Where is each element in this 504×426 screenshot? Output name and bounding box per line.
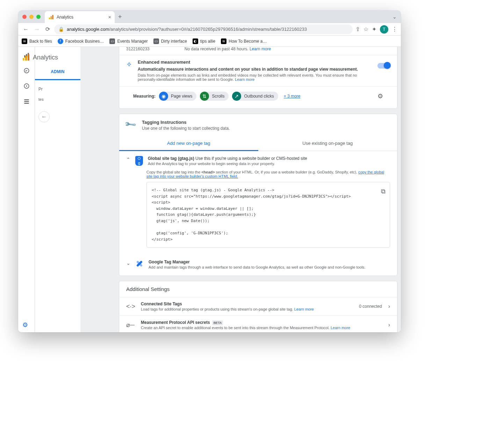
enhanced-toggle[interactable] — [377, 63, 390, 69]
link-icon: ↗ — [232, 92, 241, 101]
chip-scrolls: ⇅Scrolls — [200, 92, 229, 101]
tab-add-new[interactable]: Add new on-page tag — [119, 136, 258, 151]
connected-title: Connected Site Tags — [141, 301, 353, 306]
tab-overflow-icon[interactable]: ⌄ — [393, 14, 397, 20]
lock-icon: 🔒 — [58, 27, 64, 32]
explore-icon[interactable] — [22, 82, 31, 90]
beta-badge: BETA — [212, 320, 223, 325]
tab-close-icon[interactable]: × — [108, 15, 111, 20]
measuring-settings-gear-icon[interactable]: ⚙ — [377, 92, 383, 100]
bookmark-star-icon[interactable]: ☆ — [363, 26, 368, 33]
profile-avatar[interactable]: T — [380, 25, 388, 34]
tab-title: Analytics — [57, 15, 73, 20]
bookmarks-bar: wBack to files fFacebook Busines… ▭Event… — [18, 36, 401, 47]
back-button[interactable]: ← — [22, 25, 30, 34]
bookmark-item[interactable]: wHow To Become a… — [221, 38, 267, 44]
gst-description: Add the Analytics tag to your website to… — [148, 162, 307, 166]
mp-desc: Create an API secret to enable additiona… — [141, 326, 331, 330]
additional-settings-panel: Additional Settings <·> Connected Site T… — [119, 281, 397, 332]
enhanced-learn-more[interactable]: Learn more — [235, 77, 254, 81]
enhanced-title: Enhanced measurement — [138, 59, 372, 65]
mp-learn-more[interactable]: Learn more — [331, 326, 350, 330]
address-bar[interactable]: 🔒 analytics.google.com/analytics/web/pro… — [54, 24, 353, 34]
back-button[interactable]: ← — [38, 111, 50, 122]
admin-sidebar: Analytics ADMIN Pr tes ← — [35, 47, 80, 332]
folder-icon: ▭ — [154, 39, 158, 43]
measurement-protocol-row[interactable]: ⌀─ Measurement Protocol API secretsBETA … — [119, 315, 397, 332]
svg-rect-2 — [52, 15, 53, 19]
tagging-title: Tagging Instructions — [142, 120, 230, 125]
configure-list-icon[interactable] — [22, 97, 31, 106]
forward-button: → — [33, 25, 41, 34]
copy-icon[interactable]: ⧉ — [381, 186, 386, 197]
gst-title-bold: Global site tag (gtag.js) — [148, 156, 194, 161]
kebab-menu-icon[interactable]: ⋮ — [392, 26, 397, 33]
folder-icon: ▭ — [111, 39, 114, 43]
browser-tab[interactable]: Analytics × — [45, 11, 115, 23]
window-controls[interactable] — [22, 15, 41, 19]
bookmark-item[interactable]: wBack to files — [22, 38, 52, 44]
additional-title: Additional Settings — [119, 281, 397, 297]
share-icon[interactable]: ⇪ — [355, 26, 360, 33]
stream-id: 3122160233 — [126, 47, 150, 51]
stream-status-link[interactable]: Learn more — [250, 47, 271, 51]
gtag-badge-icon: g — [135, 156, 143, 166]
realtime-icon[interactable] — [22, 66, 31, 75]
gst-para-head: <head> — [201, 170, 215, 174]
svg-rect-14 — [28, 54, 29, 61]
bookmark-item[interactable]: ▭Dirty interface — [153, 38, 187, 44]
code-snippet[interactable]: ⧉<!-- Global site tag (gtag.js) - Google… — [146, 182, 390, 248]
gtm-title: Google Tag Manager — [149, 260, 190, 264]
tagging-panel: 🔧 Tagging Instructions Use one of the fo… — [119, 114, 397, 276]
chevron-right-icon: › — [388, 322, 390, 328]
connected-count: 0 connected — [359, 304, 382, 309]
main-content: 3122160233 No data received in past 48 h… — [80, 47, 401, 332]
chevron-up-icon[interactable]: ⌃ — [126, 157, 130, 162]
chevron-down-icon[interactable]: ⌃ — [126, 260, 130, 266]
nav-rail: ⚙ — [18, 47, 35, 332]
bookmark-item[interactable]: fFacebook Busines… — [58, 38, 104, 44]
svg-rect-1 — [51, 16, 52, 19]
stream-panel: 3122160233 No data received in past 48 h… — [119, 47, 397, 109]
chip-outbound: ↗Outbound clicks — [232, 92, 278, 101]
new-tab-button[interactable]: + — [118, 13, 122, 21]
mp-title: Measurement Protocol API secrets — [141, 320, 210, 325]
admin-tab[interactable]: ADMIN — [35, 64, 80, 80]
admin-gear-icon[interactable]: ⚙ — [22, 321, 28, 329]
svg-rect-9 — [24, 99, 29, 100]
svg-rect-13 — [25, 56, 27, 61]
scroll-icon: ⇅ — [200, 92, 209, 101]
chevron-right-icon: › — [388, 303, 390, 310]
extensions-icon[interactable]: ✦ — [372, 26, 376, 33]
reload-button[interactable]: ⟳ — [44, 24, 51, 34]
url-path: /analytics/web/provision/?authuser=0#/a2… — [109, 27, 307, 32]
connected-learn-more[interactable]: Learn more — [294, 307, 314, 311]
maximize-window-icon[interactable] — [36, 15, 41, 19]
close-window-icon[interactable] — [22, 15, 27, 19]
browser-tabstrip: Analytics × + ⌄ — [18, 10, 401, 23]
url-host: analytics.google.com — [67, 27, 109, 32]
more-events-link[interactable]: + 3 more — [284, 94, 301, 99]
webflow-icon: w — [23, 39, 26, 43]
svg-rect-12 — [23, 58, 24, 61]
bookmark-item[interactable]: ◐tips allie — [193, 38, 215, 44]
gst-para-b: section of your HTML. Or, if you use a w… — [215, 170, 358, 174]
svg-point-8 — [26, 85, 27, 86]
code-content: <!-- Global site tag (gtag.js) - Google … — [152, 188, 351, 242]
analytics-logo-icon — [22, 53, 30, 62]
minimize-window-icon[interactable] — [29, 15, 34, 19]
facebook-icon: f — [60, 39, 61, 43]
bookmark-item[interactable]: ▭Events Manager — [109, 38, 147, 44]
property-label: Pr — [38, 87, 77, 92]
connected-site-tags-row[interactable]: <·> Connected Site Tags Load tags for ad… — [119, 297, 397, 315]
gtm-desc: Add and maintain tags through a web inte… — [149, 265, 366, 269]
wrench-icon: 🔧 — [124, 118, 138, 133]
page-icon: ◐ — [194, 39, 197, 43]
connected-desc: Load tags for additional properties or p… — [141, 307, 294, 311]
svg-rect-0 — [49, 17, 50, 19]
svg-rect-10 — [24, 101, 29, 102]
tab-use-existing[interactable]: Use existing on-page tag — [258, 136, 397, 151]
code-tag-icon: <·> — [126, 303, 135, 310]
stream-status: No data received in past 48 hours. — [185, 47, 249, 51]
browser-urlbar: ← → ⟳ 🔒 analytics.google.com/analytics/w… — [18, 23, 401, 36]
